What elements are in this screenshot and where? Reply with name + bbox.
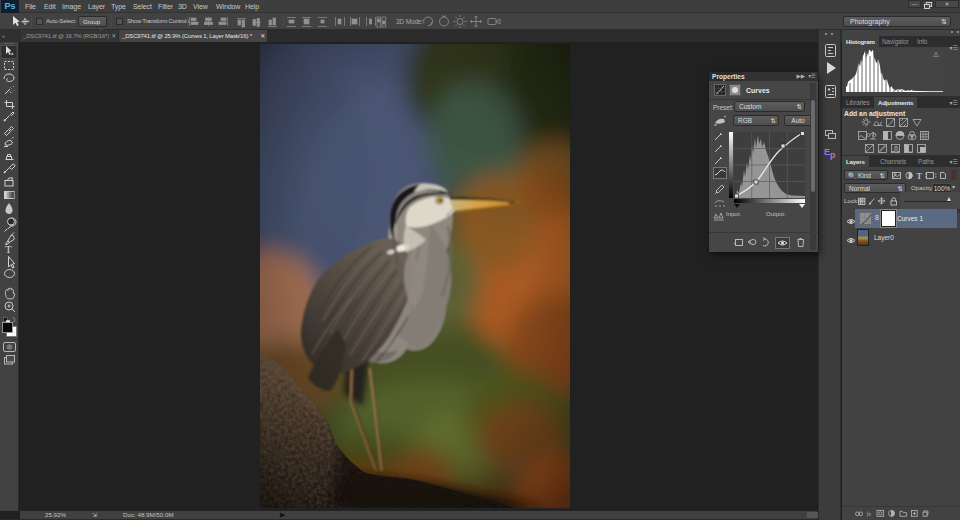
svg-text:p: p <box>830 150 836 160</box>
svg-text:T: T <box>917 172 923 181</box>
svg-text:fx: fx <box>867 511 872 517</box>
svg-text:T: T <box>5 243 12 255</box>
